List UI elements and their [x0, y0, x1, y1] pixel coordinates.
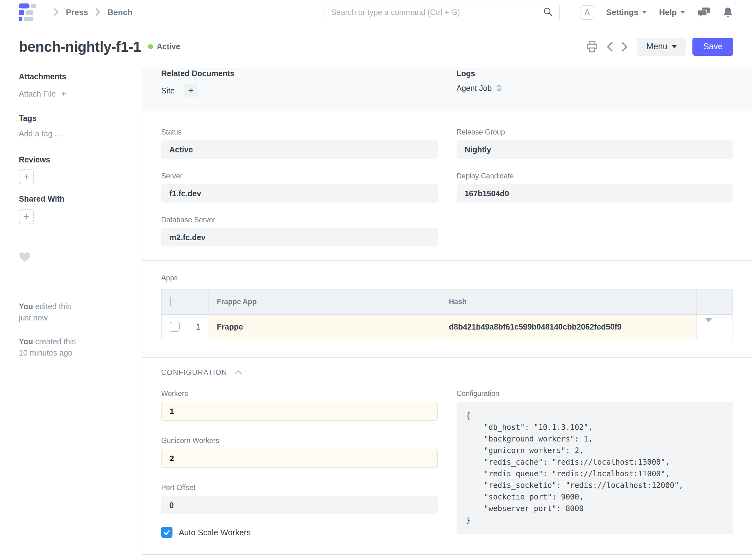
created-by: You — [19, 337, 33, 346]
add-site-button[interactable]: + — [184, 84, 198, 98]
breadcrumb-bench[interactable]: Bench — [107, 7, 132, 17]
server-field-value[interactable]: f1.fc.dev — [161, 184, 438, 203]
menu-button[interactable]: Menu — [637, 38, 687, 56]
server-field-label: Server — [161, 172, 438, 180]
plus-icon: + — [61, 89, 66, 98]
chevron-down-icon — [672, 45, 677, 48]
configuration-json-label: Configuration — [457, 389, 733, 398]
form-dashboard: Related Documents Site + Logs Agent Job … — [142, 68, 752, 111]
edited-action: edited this — [35, 302, 71, 311]
plus-icon: + — [23, 172, 29, 182]
next-document-chevron-right-icon[interactable] — [621, 41, 628, 52]
database-server-field-value[interactable]: m2.fc.dev — [161, 228, 438, 246]
settings-menu[interactable]: Settings — [606, 7, 647, 17]
workers-field: Workers — [161, 389, 438, 421]
print-icon[interactable] — [586, 41, 598, 52]
workers-field-label: Workers — [161, 389, 438, 398]
help-menu[interactable]: Help — [659, 7, 686, 17]
agent-job-link[interactable]: Agent Job — [457, 84, 492, 93]
column-header-hash[interactable]: Hash — [441, 289, 696, 315]
settings-label: Settings — [606, 7, 638, 17]
port-offset-field-value: 0 — [161, 496, 438, 514]
prev-document-chevron-left-icon[interactable] — [606, 41, 613, 52]
logs-heading: Logs — [457, 69, 733, 78]
attach-file-button[interactable]: Attach File + — [19, 89, 124, 99]
shared-with-heading: Shared With — [19, 194, 124, 203]
navbar: Press Bench A Settings Help — [0, 0, 752, 25]
port-offset-field: Port Offset 0 — [161, 483, 438, 514]
like-heart-icon[interactable] — [19, 252, 124, 264]
created-meta: You created this 10 minutes ago — [19, 336, 124, 358]
edited-by: You — [19, 302, 33, 311]
app-window: Press Bench A Settings Help — [0, 0, 752, 560]
configuration-section: CONFIGURATION Workers Gunicorn Workers — [142, 358, 752, 555]
related-documents-heading: Related Documents — [161, 69, 438, 78]
navbar-right: A Settings Help — [580, 5, 733, 20]
status-field-label: Status — [161, 128, 438, 136]
server-field: Server f1.fc.dev — [161, 172, 438, 203]
hash-cell[interactable]: d8b421b49a8bf61c599b048140cbb2062fed50f9 — [441, 315, 696, 339]
status-indicator-label: Active — [157, 42, 180, 51]
notifications-bell-icon[interactable] — [723, 6, 733, 19]
select-all-checkbox[interactable] — [170, 297, 171, 306]
configuration-section-heading: CONFIGURATION — [161, 368, 227, 377]
reviews-heading: Reviews — [19, 155, 124, 164]
menu-button-label: Menu — [646, 42, 668, 52]
gunicorn-workers-input[interactable] — [161, 449, 438, 468]
form-body: Related Documents Site + Logs Agent Job … — [142, 68, 752, 560]
row-expand-chevron-icon[interactable] — [705, 318, 712, 331]
apps-section-label: Apps — [161, 274, 733, 282]
status-field: Status Active — [161, 128, 438, 159]
deploy-candidate-field-value[interactable]: 167b1504d0 — [457, 184, 733, 203]
configuration-section-toggle[interactable]: CONFIGURATION — [161, 368, 733, 377]
deploy-candidate-field-label: Deploy Candidate — [457, 172, 733, 180]
gunicorn-workers-field: Gunicorn Workers — [161, 437, 438, 468]
column-header-frappe-app[interactable]: Frappe App — [209, 289, 441, 315]
plus-icon: + — [188, 85, 194, 96]
auto-scale-workers-field: Auto Scale Workers — [161, 527, 438, 538]
form-sidebar: Attachments Attach File + Tags Add a tag… — [0, 68, 142, 560]
search-input[interactable] — [331, 8, 543, 17]
created-when: 10 minutes ago — [19, 348, 73, 357]
created-action: created this — [35, 337, 76, 346]
help-label: Help — [659, 7, 677, 17]
save-button[interactable]: Save — [692, 38, 733, 56]
plus-icon: + — [23, 211, 29, 222]
related-document-site-link[interactable]: Site — [161, 86, 175, 95]
edited-meta: You edited this just now — [19, 301, 124, 323]
save-button-label: Save — [703, 42, 723, 52]
database-server-field: Database Server m2.fc.dev — [161, 216, 438, 246]
add-review-button[interactable]: + — [19, 169, 34, 184]
gunicorn-workers-field-label: Gunicorn Workers — [161, 437, 438, 445]
workers-input[interactable] — [161, 402, 438, 421]
frappe-logo-icon[interactable] — [19, 3, 36, 21]
status-indicator: Active — [148, 42, 180, 51]
status-field-value: Active — [161, 140, 438, 159]
user-avatar[interactable]: A — [580, 5, 594, 20]
global-search[interactable] — [324, 4, 560, 21]
agent-job-count: 3 — [497, 84, 501, 93]
database-server-field-label: Database Server — [161, 216, 438, 224]
frappe-app-cell[interactable]: Frappe — [209, 315, 441, 339]
breadcrumb-chevron-icon — [95, 7, 101, 18]
apps-section: Apps Frappe App Hash — [142, 261, 752, 358]
port-offset-field-label: Port Offset — [161, 483, 438, 492]
row-select-checkbox[interactable] — [170, 322, 180, 332]
breadcrumb-chevron-icon — [53, 7, 59, 18]
row-index[interactable]: 1 — [196, 322, 200, 332]
add-share-button[interactable]: + — [19, 209, 34, 224]
add-tag-button[interactable]: Add a tag ... — [19, 129, 124, 138]
release-group-field-label: Release Group — [457, 128, 733, 136]
deploy-candidate-field: Deploy Candidate 167b1504d0 — [457, 172, 733, 203]
breadcrumb-press[interactable]: Press — [66, 7, 88, 17]
status-dot-icon — [148, 44, 153, 49]
release-group-field-value[interactable]: Nightly — [457, 140, 733, 159]
apps-grid: Frappe App Hash 1 Frappe — [161, 289, 733, 339]
apps-grid-row: 1 Frappe d8b421b49a8bf61c599b048140cbb20… — [161, 315, 733, 339]
chat-icon[interactable] — [697, 6, 711, 19]
avatar-letter: A — [584, 7, 590, 17]
attachments-heading: Attachments — [19, 72, 124, 81]
chevron-down-icon — [681, 11, 685, 14]
auto-scale-workers-checkbox[interactable] — [161, 527, 173, 538]
chevron-up-icon — [234, 370, 242, 376]
